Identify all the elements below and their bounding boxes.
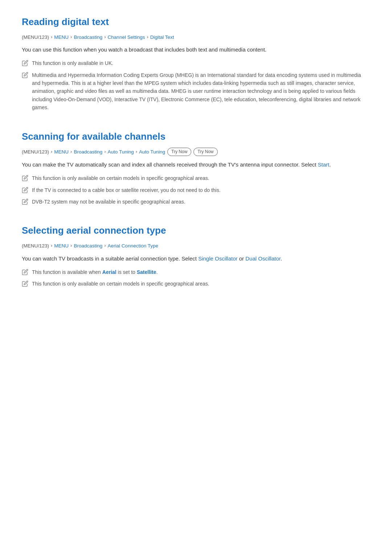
section-title-scanning: Scanning for available channels (22, 129, 370, 144)
satellite-link[interactable]: Satellite (137, 269, 156, 275)
scanning-note-3: DVB-T2 system may not be available in sp… (22, 198, 370, 206)
aerial-description: You can watch TV broadcasts in a suitabl… (22, 254, 370, 263)
start-link[interactable]: Start (318, 161, 330, 168)
scanning-note-2: If the TV is connected to a cable box or… (22, 186, 370, 194)
breadcrumb-menu123-scan: (MENU/123) (22, 148, 49, 156)
aerial-desc-or: or (238, 255, 246, 262)
breadcrumb-broadcasting-scan[interactable]: Broadcasting (74, 148, 102, 156)
breadcrumb-sep-4: › (147, 33, 148, 41)
breadcrumb-sep-a3: › (104, 242, 106, 250)
breadcrumb-menu-1[interactable]: MENU (54, 33, 69, 41)
section-title-aerial: Selecting aerial connection type (22, 223, 370, 238)
pencil-icon-scan-1 (22, 175, 28, 181)
try-now-badge-2[interactable]: Try Now (193, 148, 217, 156)
breadcrumb-sep-s4: › (136, 148, 137, 156)
scanning-note-1: This function is only available on certa… (22, 174, 370, 182)
reading-note-1: This function is only available in UK. (22, 59, 370, 67)
breadcrumb-sep-2: › (70, 33, 72, 41)
aerial-notes: This function is available when Aerial i… (22, 268, 370, 288)
aerial-desc-text-1: You can watch TV broadcasts in a suitabl… (22, 255, 198, 262)
breadcrumb-sep-1: › (51, 33, 52, 41)
pencil-icon-scan-3 (22, 198, 28, 205)
breadcrumb-digital-text[interactable]: Digital Text (150, 33, 174, 41)
scanning-note-text-1: This function is only available on certa… (32, 174, 209, 182)
breadcrumb-reading: (MENU/123) › MENU › Broadcasting › Chann… (22, 33, 370, 41)
breadcrumb-auto-tuning-1[interactable]: Auto Tuning (108, 148, 134, 156)
section-scanning-channels: Scanning for available channels (MENU/12… (22, 129, 370, 206)
breadcrumb-channel-settings[interactable]: Channel Settings (108, 33, 145, 41)
breadcrumb-aerial: (MENU/123) › MENU › Broadcasting › Aeria… (22, 242, 370, 250)
pencil-icon-aerial-1 (22, 269, 28, 275)
pencil-icon-2 (22, 72, 28, 78)
section-aerial-connection: Selecting aerial connection type (MENU/1… (22, 223, 370, 288)
breadcrumb-menu-scan[interactable]: MENU (54, 148, 69, 156)
breadcrumb-sep-s1: › (51, 148, 52, 156)
section-title-reading: Reading digital text (22, 15, 370, 30)
aerial-note-2: This function is only available on certa… (22, 280, 370, 288)
reading-note-2: Multimedia and Hypermedia Information Co… (22, 71, 370, 112)
scanning-desc-text: You can make the TV automatically scan a… (22, 161, 318, 168)
scanning-note-text-2: If the TV is connected to a cable box or… (32, 186, 221, 194)
aerial-link[interactable]: Aerial (102, 269, 117, 275)
scanning-note-text-3: DVB-T2 system may not be available in sp… (32, 198, 185, 206)
aerial-note-1: This function is available when Aerial i… (22, 268, 370, 276)
aerial-desc-period: . (281, 255, 282, 262)
breadcrumb-sep-a1: › (51, 242, 52, 250)
breadcrumb-broadcasting-1[interactable]: Broadcasting (74, 33, 102, 41)
breadcrumb-scanning: (MENU/123) › MENU › Broadcasting › Auto … (22, 148, 370, 156)
breadcrumb-auto-tuning-2[interactable]: Auto Tuning (139, 148, 165, 156)
breadcrumb-menu123: (MENU/123) (22, 33, 49, 41)
scanning-desc-period: . (329, 161, 331, 168)
reading-notes: This function is only available in UK. M… (22, 59, 370, 111)
breadcrumb-sep-a2: › (70, 242, 72, 250)
breadcrumb-aerial-connection-type[interactable]: Aerial Connection Type (108, 242, 158, 250)
breadcrumb-broadcasting-aerial[interactable]: Broadcasting (74, 242, 102, 250)
aerial-note-text-1: This function is available when Aerial i… (32, 268, 158, 276)
reading-description: You can use this function when you watch… (22, 45, 370, 54)
scanning-description: You can make the TV automatically scan a… (22, 160, 370, 169)
aerial-note-1-pre: This function is available when (32, 269, 102, 275)
dual-oscillator-link[interactable]: Dual Oscillator (245, 255, 281, 262)
pencil-icon-aerial-2 (22, 280, 28, 287)
try-now-badge-1[interactable]: Try Now (167, 148, 191, 156)
aerial-note-1-end: . (156, 269, 158, 275)
scanning-notes: This function is only available on certa… (22, 174, 370, 206)
aerial-note-text-2: This function is only available on certa… (32, 280, 209, 288)
breadcrumb-sep-s3: › (104, 148, 106, 156)
breadcrumb-sep-s2: › (70, 148, 72, 156)
single-oscillator-link[interactable]: Single Oscillator (198, 255, 237, 262)
pencil-icon-scan-2 (22, 187, 28, 193)
reading-note-text-2: Multimedia and Hypermedia Information Co… (32, 71, 370, 112)
aerial-note-1-mid: is set to (117, 269, 137, 275)
section-reading-digital-text: Reading digital text (MENU/123) › MENU ›… (22, 15, 370, 112)
breadcrumb-sep-3: › (104, 33, 106, 41)
breadcrumb-menu123-aerial: (MENU/123) (22, 242, 49, 250)
pencil-icon-1 (22, 60, 28, 66)
breadcrumb-menu-aerial[interactable]: MENU (54, 242, 69, 250)
reading-note-text-1: This function is only available in UK. (32, 59, 113, 67)
